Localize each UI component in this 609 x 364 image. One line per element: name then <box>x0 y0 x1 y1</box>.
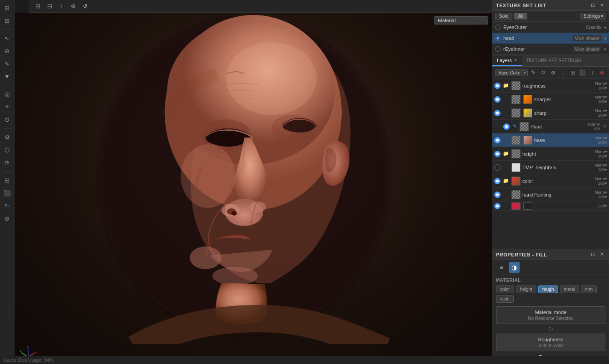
channel-btn-rough[interactable]: rough <box>538 285 558 293</box>
ts-radio-eyesouter[interactable] <box>495 25 501 30</box>
layer-blend-mode-height[interactable]: Norm▾ <box>595 149 607 154</box>
top-icon-arrows[interactable]: ↕ <box>56 1 66 11</box>
channel-btn-height[interactable]: height <box>516 285 536 293</box>
layer-tool-delete[interactable]: ⊗ <box>598 68 606 77</box>
channel-btn-color[interactable]: color <box>496 285 514 293</box>
layer-opacity-handpainting[interactable]: 100▾ <box>598 195 607 199</box>
layer-item-sharp[interactable]: · sharp Norm▾ 100▾ <box>492 106 609 120</box>
layer-item-last[interactable]: · Ovrl▾ <box>492 202 609 211</box>
layer-tool-down[interactable]: ↓ <box>588 68 597 77</box>
layer-opacity-height[interactable]: 100▾ <box>598 154 607 158</box>
layer-item-sharper[interactable]: · sharper Norm▾ 100▾ <box>492 93 609 106</box>
layer-opacity-color[interactable]: 100▾ <box>598 181 607 186</box>
material-dropdown[interactable]: Material <box>434 16 488 25</box>
top-icon-rotate[interactable]: ↺ <box>80 1 90 11</box>
material-mode-box[interactable]: Material mode No Resource Selected <box>496 306 605 324</box>
layer-close-paint[interactable]: ✕ <box>602 124 607 129</box>
panel-close-icon[interactable]: ✕ <box>598 2 605 9</box>
layer-tool-black[interactable]: ⬛ <box>578 68 587 77</box>
layer-blend-mode-handpainting[interactable]: Norm▾ <box>595 190 607 195</box>
layer-item-handpainting[interactable]: · handPainting Norm▾ 100▾ <box>492 188 609 202</box>
panel-resize-icon[interactable]: ⊡ <box>589 2 596 9</box>
toolbar-icon-target[interactable]: ⌖ <box>1 101 13 113</box>
layer-opacity-roughness[interactable]: 100▾ <box>598 86 607 90</box>
prop-tab-layers[interactable]: ≡ <box>496 262 507 273</box>
layer-blend-mode-roughness[interactable]: Norm▾ <box>595 81 607 86</box>
layer-blend-mode-last[interactable]: Ovrl▾ <box>598 204 608 208</box>
prop-tab-material[interactable]: ◑ <box>509 262 520 273</box>
properties-resize-icon[interactable]: ⊡ <box>589 251 596 258</box>
layer-item-roughness[interactable]: 📁 roughness Norm▾ 100▾ <box>492 79 609 93</box>
top-icon-grid2[interactable]: ⊟ <box>44 1 54 11</box>
layer-vis-sharp[interactable] <box>494 110 501 116</box>
toolbar-icon-settings[interactable]: ⚙ <box>1 131 13 143</box>
layer-vis-color[interactable] <box>494 178 501 184</box>
channel-btn-metal[interactable]: metal <box>560 285 579 293</box>
ts-radio-reyeinner[interactable] <box>495 46 501 52</box>
roughness-box[interactable]: Roughness uniform color <box>496 334 605 351</box>
layer-vis-roughness[interactable] <box>494 83 501 89</box>
layer-vis-handpainting[interactable] <box>494 192 501 198</box>
layer-item-paint[interactable]: ✎ Paint Norm▾ 100 ✕ <box>492 120 609 133</box>
layer-blend-mode-sharp[interactable]: Norm▾ <box>595 108 607 113</box>
toolbar-icon-move[interactable]: ⊕ <box>1 45 13 57</box>
texture-set-item-head[interactable]: head Main shader ▾ <box>492 33 609 44</box>
layer-vis-sharper[interactable] <box>494 96 501 103</box>
toolbar-icon-black[interactable]: ⬛ <box>1 187 13 199</box>
layer-tool-swap[interactable]: ↕ <box>559 68 567 77</box>
all-button[interactable]: All <box>514 13 527 20</box>
tab-layers[interactable]: Layers ✕ <box>492 56 522 66</box>
layer-opacity-paint[interactable]: 100 <box>593 127 600 131</box>
layer-opacity-base[interactable]: 100▾ <box>598 140 607 145</box>
toolbar-icon-circle[interactable]: ◎ <box>1 88 13 100</box>
layer-vis-height[interactable] <box>494 151 501 157</box>
viewport[interactable]: Material X Y Z <box>15 13 492 364</box>
layer-opacity-sharp[interactable]: 100▾ <box>598 113 607 118</box>
channel-btn-nrm[interactable]: nrm <box>581 285 597 293</box>
layer-item-height[interactable]: 📁 height Norm▾ 100▾ <box>492 147 609 161</box>
toolbar-icon-layer[interactable]: ⊞ <box>1 174 13 186</box>
ts-shader-head[interactable]: Main shader <box>573 35 601 41</box>
layer-blend-mode-paint[interactable]: Norm▾ <box>588 122 600 127</box>
top-icon-grid[interactable]: ⊞ <box>33 1 43 11</box>
layer-blend-mode-sharper[interactable]: Norm▾ <box>595 95 607 99</box>
layer-item-base[interactable]: · base Norm▾ 100▾ <box>492 133 609 147</box>
texture-set-item-eyesouter[interactable]: EyesOuter Opacity ▾ <box>492 22 609 33</box>
ts-shader-reyeinner[interactable]: Main shader <box>573 46 601 52</box>
layer-filter-select[interactable]: Base Color <box>495 69 528 76</box>
tab-texture-set-settings[interactable]: TEXTURE SET SETTINGS <box>522 56 585 65</box>
layer-blend-mode-tmp[interactable]: Norm▾ <box>595 163 607 167</box>
layer-blend-mode-color[interactable]: Norm▾ <box>595 177 607 181</box>
layer-item-tmp-heightvis[interactable]: · TMP_heightVis Norm▾ 100▾ <box>492 161 609 174</box>
toolbar-icon-block[interactable]: ⊘ <box>1 212 13 224</box>
settings-button[interactable]: Settings ▾ <box>580 13 606 20</box>
layer-tool-refresh[interactable]: ↻ <box>539 68 548 77</box>
toolbar-icon-fill[interactable]: ▼ <box>1 70 13 82</box>
layer-tool-grid[interactable]: ⊞ <box>569 68 577 77</box>
toolbar-icon-refresh[interactable]: ⟳ <box>1 157 13 168</box>
tab-layers-close[interactable]: ✕ <box>514 58 517 63</box>
layer-opacity-sharper[interactable]: 100▾ <box>598 99 607 104</box>
layer-blend-mode-base[interactable]: Norm▾ <box>595 136 607 140</box>
toolbar-icon-eye[interactable]: ⊙ <box>1 113 13 125</box>
layer-vis-base[interactable] <box>494 137 501 143</box>
channel-btn-scatt[interactable]: scatt <box>496 295 514 303</box>
layer-opacity-tmp[interactable]: 100▾ <box>598 167 607 172</box>
toolbar-icon-grid2[interactable]: ⊟ <box>1 15 13 26</box>
layer-tool-paint[interactable]: ✎ <box>529 68 538 77</box>
solo-button[interactable]: Solo <box>495 13 512 20</box>
ts-radio-head[interactable] <box>495 35 501 41</box>
layer-vis-last[interactable] <box>494 203 501 209</box>
toolbar-icon-photoshop[interactable]: Ps <box>1 200 13 212</box>
texture-set-item-reyeinner[interactable]: rEyeInner Main shader ▾ <box>492 44 609 54</box>
toolbar-icon-arrow[interactable]: ↖ <box>1 32 13 44</box>
toolbar-icon-hex[interactable]: ⬡ <box>1 144 13 156</box>
layer-tool-add[interactable]: ⊕ <box>549 68 557 77</box>
top-icon-add[interactable]: ⊕ <box>68 1 78 11</box>
toolbar-icon-brush[interactable]: ✎ <box>1 58 13 69</box>
layer-item-color[interactable]: 📁 color Norm▾ 100▾ <box>492 174 609 188</box>
toolbar-icon-grid[interactable]: ⊞ <box>1 2 13 14</box>
layer-vis-paint[interactable] <box>503 123 510 130</box>
layer-vis-tmp[interactable] <box>494 164 501 171</box>
properties-close-icon[interactable]: ✕ <box>598 251 605 258</box>
